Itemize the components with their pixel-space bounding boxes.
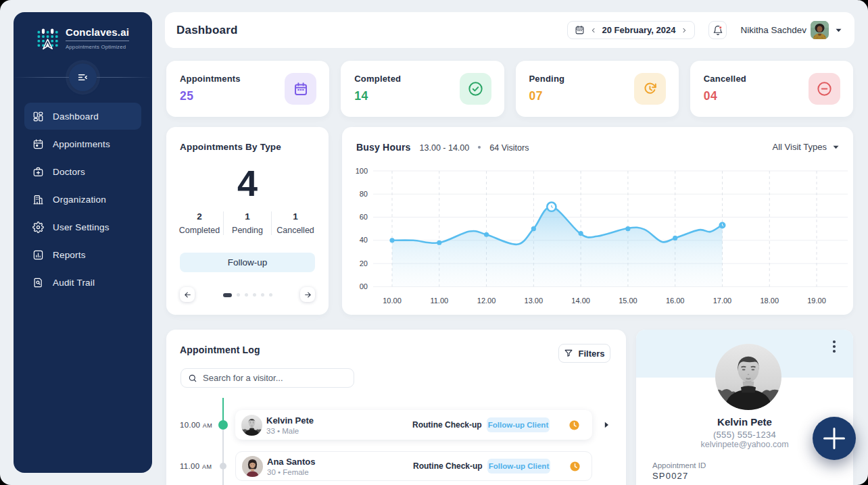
by-type-total: 4 xyxy=(166,162,329,204)
notifications-button[interactable] xyxy=(708,21,727,39)
stat-value: 04 xyxy=(704,89,717,103)
svg-text:16.00: 16.00 xyxy=(666,297,685,305)
busy-hours-chart: 002040608010010.0011.0012.0013.0014.0015… xyxy=(342,127,853,315)
sidebar-item-label: Doctors xyxy=(53,167,85,177)
svg-text:12.00: 12.00 xyxy=(477,297,496,305)
brand-tagline: Appointments Optimized xyxy=(66,44,129,50)
svg-text:100: 100 xyxy=(356,167,368,175)
sidebar-item-organization[interactable]: Organization xyxy=(24,186,141,213)
stat-cards: Appointments25Completed14Pending07Cancel… xyxy=(166,61,853,117)
stat-value: 25 xyxy=(180,89,193,103)
filters-button-label: Filters xyxy=(578,349,604,359)
minus-circle-icon xyxy=(809,73,840,105)
plus-icon xyxy=(823,427,846,450)
date-next-arrow-icon[interactable] xyxy=(681,27,688,34)
stat-card-pending: Pending07 xyxy=(516,61,679,117)
kebab-menu-icon[interactable] xyxy=(828,340,840,355)
topbar: Dashboard 20 February, 2024 Nikitha Sach… xyxy=(165,12,854,48)
sidebar-item-label: Organization xyxy=(53,195,106,205)
page-dot-0[interactable] xyxy=(223,293,232,297)
user-avatar[interactable] xyxy=(811,21,829,39)
calendar-icon xyxy=(285,73,316,105)
by-type-breakdown: 2Completed1Pending1Cancelled xyxy=(176,211,319,235)
visitor-photo xyxy=(715,344,781,410)
sidebar-item-label: Appointments xyxy=(53,139,110,149)
filters-button[interactable]: Filters xyxy=(558,344,610,363)
svg-text:17.00: 17.00 xyxy=(713,297,732,305)
svg-text:20: 20 xyxy=(360,259,368,267)
sidebar-item-reports[interactable]: Reports xyxy=(24,241,141,268)
by-type-col-value: 1 xyxy=(272,211,319,222)
appointment-row-kelvin-pete[interactable]: Kelvin Pete33 • MaleRoutine Check-upFoll… xyxy=(235,410,592,440)
add-appointment-fab[interactable] xyxy=(813,417,856,460)
stat-card-cancelled: Cancelled04 xyxy=(690,61,853,117)
sidebar: Conclaves.ai Appointments Optimized Dash… xyxy=(14,12,152,473)
clock-refresh-icon xyxy=(634,73,666,105)
calendar-icon xyxy=(32,138,44,150)
row-client-tag: Follow-up Client xyxy=(487,417,550,432)
visitor-avatar xyxy=(242,456,263,477)
search-box xyxy=(180,368,354,388)
stat-label: Pending xyxy=(529,74,565,84)
page-dot-5[interactable] xyxy=(269,293,272,297)
stat-card-appointments: Appointments25 xyxy=(166,61,329,117)
timeline-time: 11.00 AM xyxy=(180,462,212,470)
sidebar-collapse-button[interactable] xyxy=(69,63,97,91)
stat-label: Completed xyxy=(354,74,401,84)
row-expand-caret-icon[interactable] xyxy=(604,422,609,428)
stat-card-completed: Completed14 xyxy=(341,61,504,117)
search-icon xyxy=(188,374,197,383)
appointment-id-label: Appointment ID xyxy=(652,461,706,469)
clock-icon xyxy=(569,461,581,472)
stat-value: 07 xyxy=(529,89,543,103)
sidebar-item-audit-trail[interactable]: Audit Trail xyxy=(24,269,141,296)
clock-icon xyxy=(569,419,580,431)
brand-name: Conclaves.ai xyxy=(66,26,129,41)
sidebar-item-doctors[interactable]: Doctors xyxy=(24,158,141,185)
sidebar-item-appointments[interactable]: Appointments xyxy=(24,130,141,157)
svg-text:14.00: 14.00 xyxy=(571,297,590,305)
sidebar-item-dashboard[interactable]: Dashboard xyxy=(24,103,141,130)
page-dot-2[interactable] xyxy=(245,293,248,297)
sidebar-nav: DashboardAppointmentsDoctorsOrganization… xyxy=(24,103,141,296)
sidebar-item-label: Audit Trail xyxy=(53,278,95,288)
app-screen: Conclaves.ai Appointments Optimized Dash… xyxy=(0,0,868,485)
building-icon xyxy=(32,194,44,205)
by-type-col-completed: 2Completed xyxy=(176,211,223,235)
by-type-prev-button[interactable] xyxy=(180,287,195,302)
page-dot-1[interactable] xyxy=(237,293,240,297)
svg-text:40: 40 xyxy=(360,236,368,244)
visitor-detail-card: Kelvin Pete (555) 555-1234 kelvinpete@ya… xyxy=(636,330,853,485)
page-dot-4[interactable] xyxy=(261,293,264,297)
date-prev-arrow-icon[interactable] xyxy=(590,27,597,34)
by-type-col-value: 1 xyxy=(224,211,271,222)
by-type-col-label: Completed xyxy=(176,226,223,235)
report-icon xyxy=(32,249,44,261)
collapse-menu-icon xyxy=(77,72,89,83)
user-menu-caret-icon[interactable] xyxy=(836,28,842,32)
sidebar-item-user-settings[interactable]: User Settings xyxy=(24,213,141,240)
by-type-col-label: Pending xyxy=(224,226,271,235)
svg-text:11.00: 11.00 xyxy=(430,297,448,305)
by-type-col-cancelled: 1Cancelled xyxy=(271,211,319,235)
check-circle-icon xyxy=(460,73,491,105)
appointment-row-ana-santos[interactable]: Ana Santos30 • FemaleRoutine Check-upFol… xyxy=(235,451,592,481)
page-dot-3[interactable] xyxy=(253,293,256,297)
date-picker[interactable]: 20 February, 2024 xyxy=(567,21,696,39)
search-input[interactable] xyxy=(203,373,347,383)
arrow-left-icon xyxy=(183,290,192,299)
by-type-col-value: 2 xyxy=(176,211,223,222)
by-type-page-dots[interactable] xyxy=(223,293,272,297)
sidebar-item-label: Dashboard xyxy=(53,111,99,122)
svg-text:80: 80 xyxy=(360,190,368,198)
visitor-avatar xyxy=(241,415,262,436)
svg-text:00: 00 xyxy=(360,282,368,290)
by-type-next-button[interactable] xyxy=(300,287,315,302)
date-label: 20 February, 2024 xyxy=(602,25,676,35)
audit-icon xyxy=(32,277,44,288)
svg-text:60: 60 xyxy=(360,213,368,221)
timeline-time: 10.00 AM xyxy=(180,421,212,429)
appointment-log-title: Appointment Log xyxy=(180,344,260,355)
doctors-icon xyxy=(32,166,44,178)
row-visitor-sub: 30 • Female xyxy=(267,468,413,476)
